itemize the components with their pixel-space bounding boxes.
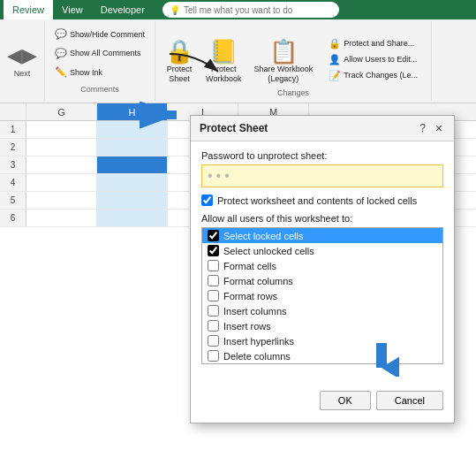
tab-developer[interactable]: Developer: [92, 0, 154, 19]
show-all-comments-btn[interactable]: 💬 Show All Comments: [50, 45, 149, 61]
tab-review[interactable]: Review: [4, 0, 53, 19]
dialog-help-btn[interactable]: ?: [419, 122, 426, 134]
tell-me-input[interactable]: [184, 5, 332, 15]
users-icon: 👤: [329, 54, 341, 65]
group-next: ◀▶ Next: [0, 21, 45, 101]
protect-checkbox[interactable]: [201, 194, 213, 206]
row-num-header: [0, 103, 26, 120]
tell-me-box[interactable]: 💡: [162, 2, 339, 18]
dialog-down-arrow: [364, 343, 399, 380]
col-header-g: G: [26, 103, 97, 120]
allow-users-btn[interactable]: 👤 Allow Users to Edit...: [324, 51, 422, 67]
track-icon: 📝: [329, 70, 341, 81]
dialog-title: Protect Sheet: [200, 122, 268, 134]
comments-group-label: Comments: [50, 85, 149, 95]
comments-icon: 💬: [55, 48, 67, 59]
password-input[interactable]: [201, 164, 443, 187]
ribbon-body: ◀▶ Next 💬 Show/Hide Comment 💬 Show All C…: [0, 19, 476, 103]
allow-label: Allow all users of this worksheet to:: [201, 213, 443, 224]
dialog-footer: OK Cancel: [201, 391, 443, 414]
list-item[interactable]: Insert columns: [202, 303, 442, 318]
list-item[interactable]: Format cells: [202, 258, 442, 273]
show-hide-comment-btn[interactable]: 💬 Show/Hide Comment: [50, 27, 149, 42]
share-workbook-btn[interactable]: 📋 Share Workbook(Legacy): [247, 23, 319, 87]
protect-share-icon: 🔒: [329, 38, 341, 50]
list-item[interactable]: Insert rows: [202, 318, 442, 333]
track-changes-btn[interactable]: 📝 Track Changes (Le...: [324, 67, 422, 83]
show-ink-btn[interactable]: ✏️ Show Ink: [50, 65, 149, 80]
tab-view[interactable]: View: [53, 0, 92, 19]
list-item[interactable]: Delete columns: [202, 348, 442, 363]
allow-list[interactable]: Select locked cellsSelect unlocked cells…: [201, 227, 443, 364]
list-item[interactable]: Select locked cells: [202, 228, 442, 243]
share-workbook-icon: 📋: [269, 40, 298, 63]
comment-icon: 💬: [55, 28, 67, 40]
protect-sheet-dialog: Protect Sheet ? × Password to unprotect …: [190, 115, 455, 423]
dialog-close-btn[interactable]: ×: [433, 121, 445, 135]
ribbon-tab-bar: Review View Developer 💡: [0, 0, 476, 19]
protect-checkbox-row: Protect worksheet and contents of locked…: [201, 194, 443, 206]
group-comments: 💬 Show/Hide Comment 💬 Show All Comments …: [45, 21, 155, 101]
list-item[interactable]: Format columns: [202, 273, 442, 288]
ok-button[interactable]: OK: [320, 391, 371, 410]
share-workbook-label: Share Workbook(Legacy): [253, 65, 313, 84]
search-icon: 💡: [170, 5, 180, 15]
dialog-body: Password to unprotect sheet: Protect wor…: [191, 141, 454, 423]
list-item[interactable]: Insert hyperlinks: [202, 333, 442, 348]
cancel-button[interactable]: Cancel: [376, 391, 443, 410]
protect-checkbox-label: Protect worksheet and contents of locked…: [217, 195, 417, 206]
dialog-controls: ? ×: [419, 121, 445, 135]
spreadsheet-arrow: [140, 102, 184, 132]
list-item[interactable]: Delete rows: [202, 363, 442, 364]
next-icon: ◀▶: [7, 44, 37, 67]
annotation-arrow: [170, 50, 223, 80]
protect-and-share-btn[interactable]: 🔒 Protect and Share...: [324, 35, 422, 51]
ribbon: Review View Developer 💡 ◀▶ Next 💬 Show/H…: [0, 0, 476, 103]
ink-icon: ✏️: [55, 66, 67, 78]
list-item[interactable]: Format rows: [202, 288, 442, 303]
changes-right-items: 🔒 Protect and Share... 👤 Allow Users to …: [319, 32, 427, 87]
changes-group-label: Changes: [277, 88, 309, 99]
password-label: Password to unprotect sheet:: [201, 150, 443, 161]
list-item[interactable]: Select unlocked cells: [202, 243, 442, 258]
dialog-titlebar: Protect Sheet ? ×: [191, 116, 454, 141]
next-label: Next: [14, 69, 31, 78]
